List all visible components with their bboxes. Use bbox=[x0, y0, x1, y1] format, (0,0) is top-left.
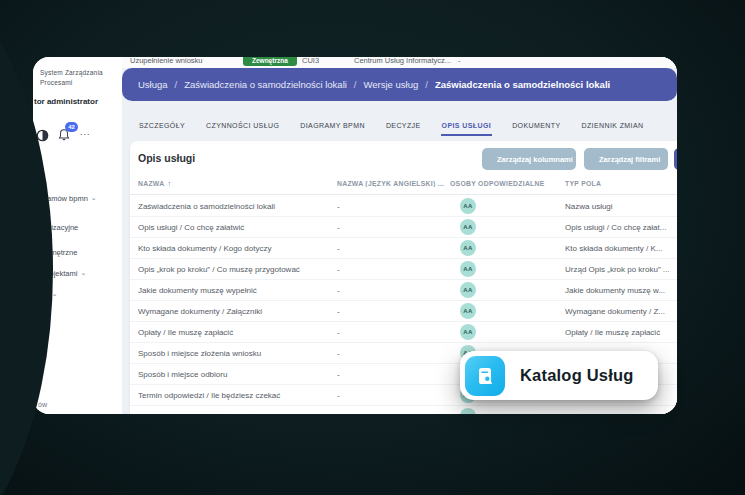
tab[interactable]: DOKUMENTY bbox=[511, 116, 561, 135]
sidebar-menu-item-label: amów bpmn bbox=[47, 194, 88, 203]
chevron-down-icon: ⌄ bbox=[91, 194, 97, 202]
column-header-label: TYP POLA bbox=[565, 180, 601, 187]
panel-title: Opis usługi bbox=[138, 152, 195, 164]
table-row[interactable]: Opłaty / Ile muszę zapłacić - AA Opłaty … bbox=[130, 322, 677, 343]
cell-nazwa-en: - bbox=[337, 391, 450, 400]
cell-nazwa: Opłaty / Ile muszę zapłacić bbox=[138, 328, 337, 337]
avatar[interactable]: AA bbox=[460, 219, 476, 235]
cell-typ-pola: Opis usługi / Co chcę załat... bbox=[565, 223, 677, 232]
avatar[interactable]: AA bbox=[460, 198, 476, 214]
cell-typ-pola: Opłaty / Ile muszę zapłacić bbox=[565, 328, 677, 337]
column-header[interactable]: NAZWA (JĘZYK ANGIELSKI) ... bbox=[337, 180, 450, 187]
cell-osoby: AA bbox=[450, 303, 565, 319]
cell-osoby: AA bbox=[450, 282, 565, 298]
avatar[interactable]: AA bbox=[460, 240, 476, 256]
cell-nazwa: Opis „krok po kroku” / Co muszę przygoto… bbox=[138, 265, 337, 274]
cell-typ-pola: Urząd Opis „krok po kroku” ... bbox=[565, 265, 677, 274]
avatar[interactable]: AA bbox=[460, 324, 476, 340]
katalog-uslug-badge[interactable]: Katalog Usług bbox=[460, 351, 658, 400]
breadcrumb-link[interactable]: Wersje usług bbox=[364, 79, 419, 90]
cell-nazwa-en: - bbox=[337, 412, 450, 415]
cell-typ-pola: Kto składa dokumenty / K... bbox=[565, 244, 677, 253]
cell-nazwa: Sposób i miejsce odbioru bbox=[138, 370, 337, 379]
cell-nazwa-en: - bbox=[337, 307, 450, 316]
tab[interactable]: DZIENNIK ZMIAN bbox=[580, 116, 644, 135]
breadcrumb-separator: / bbox=[425, 79, 428, 90]
cell-osoby: AA bbox=[450, 198, 565, 214]
notification-count-badge: 42 bbox=[65, 122, 78, 132]
cell-osoby: AA bbox=[450, 219, 565, 235]
chevron-down-icon: ⌄ bbox=[80, 269, 86, 277]
cell-nazwa: Jakie dokumenty muszę wypełnić bbox=[138, 286, 337, 295]
tab[interactable]: SZCZEGÓŁY bbox=[138, 116, 186, 135]
more-options-icon[interactable]: ... bbox=[80, 127, 91, 137]
cell-nazwa: Opis usługi / Co chcę załatwić bbox=[138, 223, 337, 232]
cell-nazwa-en: - bbox=[337, 370, 450, 379]
cell-typ-pola: Nazwa usługi bbox=[565, 202, 677, 211]
column-header-label: NAZWA bbox=[138, 180, 164, 187]
column-header[interactable]: NAZWA ↑ bbox=[138, 179, 337, 188]
column-header[interactable]: TYP POLA bbox=[565, 180, 677, 187]
column-header-label: NAZWA (JĘZYK ANGIELSKI) ... bbox=[337, 180, 444, 187]
cell-nazwa: Kto składa dokumenty / Kogo dotyczy bbox=[138, 244, 337, 253]
sidebar-bottom-fragment: ów bbox=[38, 401, 47, 408]
clipped-top-row: Uzupełnienie wniosku Zewnętrzna CUI3 Cen… bbox=[122, 57, 677, 68]
sidebar-icon-row: 42 ... bbox=[36, 125, 116, 145]
breadcrumb-link[interactable]: Zaświadczenia o samodzielności lokali bbox=[184, 79, 347, 90]
tab-bar: SZCZEGÓŁYCZYNNOŚCI USŁUGDIAGRAMY BPMNDEC… bbox=[138, 112, 644, 138]
table-row[interactable]: Jak się odwołać / Tryb odwoławczy - AA J… bbox=[130, 406, 677, 414]
table-row[interactable]: Opis „krok po kroku” / Co muszę przygoto… bbox=[130, 259, 677, 280]
user-name: tor administrator bbox=[34, 97, 98, 106]
cell-nazwa-en: - bbox=[337, 328, 450, 337]
cell-osoby: AA bbox=[450, 408, 565, 414]
breadcrumb: Usługa / Zaświadczenia o samodzielności … bbox=[122, 68, 677, 101]
breadcrumb-current: Zaświadczenia o samodzielności lokali bbox=[435, 79, 610, 90]
avatar[interactable]: AA bbox=[460, 282, 476, 298]
avatar[interactable]: AA bbox=[460, 261, 476, 277]
table-row[interactable]: Wymagane dokumenty / Załączniki - AA Wym… bbox=[130, 301, 677, 322]
cell-nazwa-en: - bbox=[337, 244, 450, 253]
tab[interactable]: DECYZJE bbox=[385, 116, 422, 135]
column-header-label: OSOBY ODPOWIEDZIALNE bbox=[450, 180, 545, 187]
cell-nazwa-en: - bbox=[337, 223, 450, 232]
breadcrumb-link[interactable]: Usługa bbox=[138, 79, 168, 90]
service-catalog-icon bbox=[465, 356, 505, 396]
clipped-action-button[interactable] bbox=[674, 148, 677, 170]
cell-nazwa: Wymagane dokumenty / Załączniki bbox=[138, 307, 337, 316]
cell-typ-pola: Jakie dokumenty muszę w... bbox=[565, 286, 677, 295]
cell-osoby: AA bbox=[450, 240, 565, 256]
tab[interactable]: CZYNNOŚCI USŁUG bbox=[205, 116, 280, 135]
manage-filters-button[interactable]: Zarządzaj filtrami bbox=[584, 148, 668, 170]
sort-ascending-icon: ↑ bbox=[167, 179, 171, 188]
manage-filters-label: Zarządzaj filtrami bbox=[599, 155, 660, 164]
manage-columns-button[interactable]: Zarządzaj kolumnami bbox=[482, 148, 576, 170]
desktop-background: System Zarządzania Procesami tor adminis… bbox=[0, 0, 745, 495]
cell-nazwa: Sposób i miejsce złożenia wniosku bbox=[138, 349, 337, 358]
tab[interactable]: OPIS USŁUGI bbox=[441, 116, 493, 135]
request-title: Uzupełnienie wniosku bbox=[130, 57, 203, 65]
organization-name: Centrum Usług Informatycz... bbox=[354, 57, 451, 65]
katalog-uslug-label: Katalog Usług bbox=[520, 366, 634, 385]
external-status-badge: Zewnętrzna bbox=[243, 57, 297, 66]
tab[interactable]: DIAGRAMY BPMN bbox=[299, 116, 366, 135]
breadcrumb-separator: / bbox=[354, 79, 357, 90]
cell-typ-pola: Jak się odwołać / Tryb od... bbox=[565, 412, 677, 415]
cell-nazwa-en: - bbox=[337, 202, 450, 211]
cell-nazwa: Jak się odwołać / Tryb odwoławczy bbox=[138, 412, 337, 415]
app-title: System Zarządzania Procesami bbox=[40, 68, 118, 88]
cell-osoby: AA bbox=[450, 324, 565, 340]
cell-nazwa-en: - bbox=[337, 265, 450, 274]
avatar[interactable]: AA bbox=[460, 408, 476, 414]
table-row[interactable]: Jakie dokumenty muszę wypełnić - AA Jaki… bbox=[130, 280, 677, 301]
cell-nazwa-en: - bbox=[337, 349, 450, 358]
manage-columns-label: Zarządzaj kolumnami bbox=[497, 155, 573, 164]
cell-typ-pola: Wymagane dokumenty / Z... bbox=[565, 307, 677, 316]
table-row[interactable]: Opis usługi / Co chcę załatwić - AA Opis… bbox=[130, 217, 677, 238]
avatar[interactable]: AA bbox=[460, 303, 476, 319]
cell-nazwa: Termin odpowiedzi / Ile będziesz czekać bbox=[138, 391, 337, 400]
empty-value: - bbox=[458, 57, 461, 65]
request-code: CUI3 bbox=[302, 57, 319, 65]
column-header[interactable]: OSOBY ODPOWIEDZIALNE bbox=[450, 180, 565, 187]
table-row[interactable]: Kto składa dokumenty / Kogo dotyczy - AA… bbox=[130, 238, 677, 259]
table-row[interactable]: Zaświadczenia o samodzielności lokali - … bbox=[130, 196, 677, 217]
